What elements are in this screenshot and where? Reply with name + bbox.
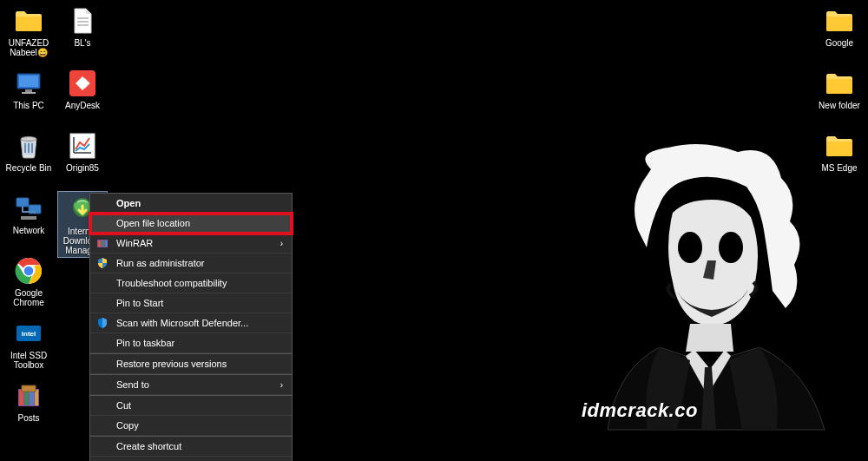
icon-label: New folder: [819, 101, 860, 110]
menu-label: Run as administrator: [116, 258, 205, 268]
menu-label: Send to: [116, 379, 149, 390]
shield-icon: [95, 256, 109, 270]
icon-label: Google: [825, 38, 853, 48]
svg-rect-23: [35, 390, 38, 405]
origin-icon: [67, 130, 98, 161]
icon-label: MS Edge: [821, 163, 857, 173]
svg-rect-3: [19, 76, 38, 87]
desktop-icon-network[interactable]: Network: [3, 191, 54, 237]
menu-item-winrar[interactable]: WinRAR ›: [90, 234, 292, 254]
svg-rect-22: [30, 390, 34, 405]
menu-item-run-as-admin[interactable]: Run as administrator: [90, 254, 292, 273]
svg-point-1: [719, 232, 743, 263]
chevron-right-icon: ›: [280, 380, 283, 390]
svg-rect-21: [24, 390, 29, 405]
icon-label: This PC: [13, 101, 44, 110]
menu-label: Cut: [116, 400, 131, 411]
wallpaper-image: [547, 135, 859, 438]
svg-rect-34: [98, 240, 101, 247]
icon-label: AnyDesk: [65, 101, 100, 110]
desktop-icon-anydesk[interactable]: AnyDesk: [57, 66, 108, 112]
anydesk-icon: [67, 68, 98, 99]
menu-label: Create shortcut: [116, 441, 181, 451]
menu-label: Troubleshoot compatibility: [116, 278, 227, 288]
menu-item-open-file-location[interactable]: Open file location: [90, 214, 292, 234]
intelssd-icon: intel: [13, 318, 44, 349]
svg-point-6: [21, 137, 36, 142]
menu-item-pin-start[interactable]: Pin to Start: [90, 293, 292, 313]
textfile-icon: [67, 5, 98, 36]
menu-item-scan-defender[interactable]: Scan with Microsoft Defender...: [90, 313, 292, 333]
winrar-icon: [13, 380, 44, 412]
chrome-icon: [13, 255, 44, 286]
menu-label: Restore previous versions: [116, 359, 227, 369]
chevron-right-icon: ›: [280, 239, 283, 248]
desktop-icon-intelssd[interactable]: intel Intel SSD Toolbox: [3, 316, 54, 372]
svg-point-0: [678, 232, 702, 263]
svg-rect-36: [105, 240, 108, 247]
recyclebin-icon: [13, 130, 44, 161]
svg-rect-9: [31, 143, 33, 153]
icon-label: Recycle Bin: [6, 163, 52, 173]
menu-item-delete[interactable]: Delete: [90, 457, 292, 461]
winrar-icon: [95, 236, 109, 250]
folder-icon: [824, 5, 855, 36]
menu-label: Pin to taskbar: [116, 338, 174, 348]
desktop-icon-google[interactable]: Google: [814, 3, 865, 49]
svg-rect-4: [25, 89, 32, 92]
menu-item-open[interactable]: Open: [90, 194, 292, 214]
svg-rect-35: [102, 240, 104, 247]
folder-icon: [824, 68, 855, 99]
menu-item-send-to[interactable]: Send to ›: [90, 375, 292, 395]
icon-label: Google Chrome: [5, 288, 52, 307]
menu-item-create-shortcut[interactable]: Create shortcut: [90, 437, 292, 457]
menu-label: WinRAR: [116, 238, 153, 248]
icon-label: BL's: [74, 38, 90, 48]
svg-rect-20: [19, 390, 23, 405]
network-icon: [13, 193, 44, 224]
desktop-icon-posts[interactable]: Posts: [3, 379, 54, 425]
svg-rect-5: [22, 92, 36, 94]
icon-label: Intel SSD Toolbox: [5, 351, 52, 370]
menu-item-restore-versions[interactable]: Restore previous versions: [90, 354, 292, 374]
folder-icon: [13, 5, 44, 36]
desktop-icon-newfolder[interactable]: New folder: [814, 66, 865, 112]
desktop-icon-unfazed[interactable]: UNFAZED Nabeel😄: [3, 3, 54, 59]
menu-label: Open file location: [116, 218, 190, 228]
svg-text:intel: intel: [22, 330, 36, 338]
icon-label: Network: [13, 226, 45, 235]
menu-item-copy[interactable]: Copy: [90, 416, 292, 436]
menu-label: Open: [116, 198, 141, 208]
watermark-text: idmcrack.co: [582, 399, 698, 422]
menu-item-cut[interactable]: Cut: [90, 396, 292, 416]
svg-rect-8: [28, 143, 30, 153]
icon-label: Origin85: [66, 163, 99, 173]
svg-rect-10: [16, 198, 29, 207]
desktop[interactable]: UNFAZED Nabeel😄 This PC Recycle Bin Netw…: [0, 0, 868, 461]
thispc-icon: [13, 68, 44, 99]
desktop-icon-msedge[interactable]: MS Edge: [814, 128, 865, 175]
context-menu: Open Open file location WinRAR › Run as …: [89, 193, 293, 461]
desktop-icon-recyclebin[interactable]: Recycle Bin: [3, 128, 54, 175]
svg-rect-12: [21, 216, 36, 220]
menu-label: Pin to Start: [116, 298, 163, 308]
icon-label: UNFAZED Nabeel😄: [5, 38, 52, 57]
desktop-icon-bls[interactable]: BL's: [57, 3, 108, 49]
icon-label: Posts: [17, 413, 39, 423]
menu-label: Scan with Microsoft Defender...: [116, 318, 248, 328]
menu-label: Copy: [116, 420, 139, 431]
desktop-icon-chrome[interactable]: Google Chrome: [3, 254, 54, 309]
svg-rect-24: [22, 385, 36, 392]
menu-item-pin-taskbar[interactable]: Pin to taskbar: [90, 333, 292, 353]
menu-item-troubleshoot[interactable]: Troubleshoot compatibility: [90, 273, 292, 293]
defender-icon: [95, 316, 109, 330]
folder-icon: [824, 130, 855, 161]
desktop-icon-origin[interactable]: Origin85: [57, 128, 108, 175]
svg-rect-7: [24, 143, 26, 153]
desktop-icon-thispc[interactable]: This PC: [3, 66, 54, 112]
